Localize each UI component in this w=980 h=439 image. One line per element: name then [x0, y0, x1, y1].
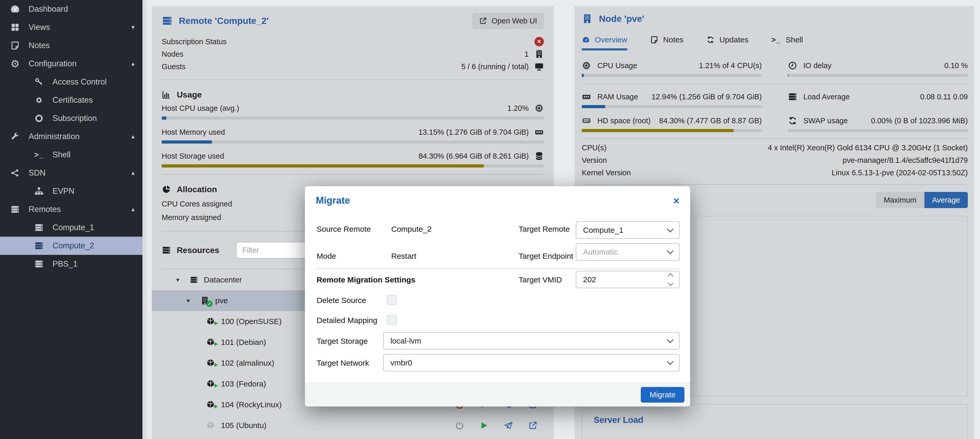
open-web-ui-button[interactable]: Open Web UI [473, 13, 544, 29]
migrate-submit-button[interactable]: Migrate [641, 387, 684, 402]
sidebar-item-sdn[interactable]: SDN ▲ [0, 164, 142, 182]
sidebar-item-notes[interactable]: Notes [0, 37, 142, 54]
note-icon [650, 36, 659, 44]
clock-icon [788, 61, 797, 70]
sidebar-item-label: PBS_1 [52, 259, 78, 269]
sidebar-scrollbar[interactable] [142, 0, 146, 439]
host-cpu-usage-row: Host CPU usage (avg.) 1.20% [162, 102, 544, 120]
sidebar-item-evpn[interactable]: EVPN [0, 182, 142, 200]
sidebar-item-label: SDN [29, 168, 46, 178]
sidebar-item-access-control[interactable]: Access Control [0, 73, 142, 91]
gauge-icon [9, 4, 21, 14]
sidebar-item-administration[interactable]: Administration ▲ [0, 128, 142, 146]
tab-notes[interactable]: Notes [650, 35, 683, 51]
tab-shell[interactable]: >_ Shell [771, 35, 803, 51]
host-memory-value: 13.15% (1.276 GiB of 9.704 GiB) [418, 128, 529, 137]
source-remote-value: Compute_2 [391, 225, 431, 233]
times-circle-icon: ✕ [535, 37, 544, 46]
host-cpu-progress [162, 117, 544, 120]
sidebar-item-certificates[interactable]: Certificates [0, 91, 142, 109]
caret-down-icon[interactable]: ▾ [176, 276, 184, 284]
vm-running-icon [206, 338, 215, 347]
tab-updates[interactable]: Updates [706, 35, 748, 51]
cpu-usage-progress [582, 74, 762, 77]
delete-source-checkbox[interactable] [387, 295, 397, 305]
sidebar-item-label: Notes [29, 41, 50, 50]
host-memory-progress [162, 140, 544, 144]
sidebar-item-configuration[interactable]: ⚙ Configuration ▲ [0, 54, 142, 73]
detailed-mapping-label: Detailed Mapping [317, 316, 377, 325]
chevron-up-icon[interactable]: ▲ [130, 170, 136, 176]
sidebar-item-pbs-1[interactable]: PBS_1 [0, 255, 142, 273]
target-vmid-input[interactable]: 202 [576, 271, 680, 288]
migrate-icon[interactable] [504, 421, 513, 430]
detailed-mapping-checkbox[interactable] [387, 315, 397, 325]
delete-source-label: Delete Source [317, 296, 366, 305]
kernel-version-value: Linux 6.5.13-1-pve (2024-02-05T13:50Z) [832, 169, 968, 177]
guests-row: Guests 5 / 6 (running / total) [162, 60, 544, 73]
spinner-stepper[interactable] [668, 274, 673, 285]
caret-down-icon[interactable]: ▾ [187, 297, 194, 304]
sidebar-item-label: Shell [52, 150, 70, 160]
building-icon [582, 13, 593, 24]
subscription-status-label: Subscription Status [162, 37, 227, 46]
divider [582, 184, 968, 185]
tree-item-label: 104 (RockyLinux) [221, 400, 282, 409]
guests-value: 5 / 6 (running / total) [461, 62, 529, 71]
tab-overview[interactable]: Overview [582, 35, 627, 51]
node-icon: ✓ [200, 296, 210, 305]
cpu-usage-stat: CPU Usage 1.21% of 4 CPU(s) [582, 60, 762, 77]
refresh-icon [788, 116, 797, 125]
sidebar-item-compute-1[interactable]: Compute_1 [0, 219, 142, 237]
maximum-button[interactable]: Maximum [876, 192, 924, 208]
server-icon [33, 259, 45, 269]
dialog-title: Migrate [316, 195, 350, 206]
target-remote-label: Target Remote [519, 225, 570, 233]
sidebar-item-views[interactable]: Views ▼ [0, 18, 142, 37]
note-icon [9, 41, 21, 50]
sidebar-item-subscription[interactable]: Subscription [0, 109, 142, 128]
resources-heading: Resources [162, 246, 220, 255]
sidebar-item-compute-2[interactable]: Compute_2 [0, 237, 142, 255]
sidebar-item-dashboard[interactable]: Dashboard [0, 0, 142, 18]
external-link-icon[interactable] [528, 421, 538, 430]
close-icon[interactable]: ✕ [673, 196, 680, 206]
vm-running-icon [206, 400, 215, 409]
life-ring-icon [33, 113, 45, 123]
source-remote-label: Source Remote [317, 225, 371, 233]
power-icon[interactable] [455, 421, 464, 430]
chevron-down-icon [667, 337, 673, 343]
bar-chart-icon [162, 90, 171, 99]
chevron-up-icon[interactable]: ▲ [130, 133, 136, 140]
vm-stopped-icon [206, 421, 215, 430]
load-average-value: 0.08 0.11 0.09 [920, 93, 968, 101]
target-storage-label: Target Storage [317, 337, 368, 346]
memory-icon [582, 92, 591, 101]
target-network-select[interactable]: vmbr0 [383, 354, 680, 371]
chevron-down-icon[interactable]: ▼ [130, 24, 136, 30]
sidebar-item-remotes[interactable]: Remotes ▲ [0, 200, 142, 219]
building-icon [535, 49, 544, 59]
certificate-icon [33, 96, 45, 105]
target-storage-select[interactable]: local-lvm [383, 332, 680, 350]
average-button[interactable]: Average [924, 192, 968, 208]
chevron-down-icon [667, 226, 673, 232]
version-row: Version pve-manager/8.1.4/ec5affc9e41f1d… [582, 154, 968, 166]
tree-item-vm-105[interactable]: 105 (Ubuntu) [152, 415, 554, 436]
target-network-label: Target Network [317, 359, 369, 367]
tree-item-label: 105 (Ubuntu) [221, 421, 266, 430]
io-delay-progress [788, 74, 968, 77]
usage-heading: Usage [162, 87, 544, 102]
chevron-up-icon[interactable]: ▲ [130, 61, 136, 67]
target-endpoint-select[interactable]: Automatic [576, 243, 680, 260]
chevron-up-icon[interactable]: ▲ [130, 206, 136, 212]
hd-space-progress [582, 129, 762, 132]
vm-running-icon [206, 317, 215, 326]
sidebar-item-shell[interactable]: >_ Shell [0, 146, 142, 164]
target-remote-select[interactable]: Compute_1 [576, 221, 680, 239]
sidebar-item-label: Subscription [52, 113, 97, 123]
nodes-value: 1 [525, 50, 529, 59]
server-load-panel: Server Load [582, 404, 968, 439]
play-icon[interactable] [479, 421, 489, 430]
terminal-icon: >_ [33, 150, 45, 159]
